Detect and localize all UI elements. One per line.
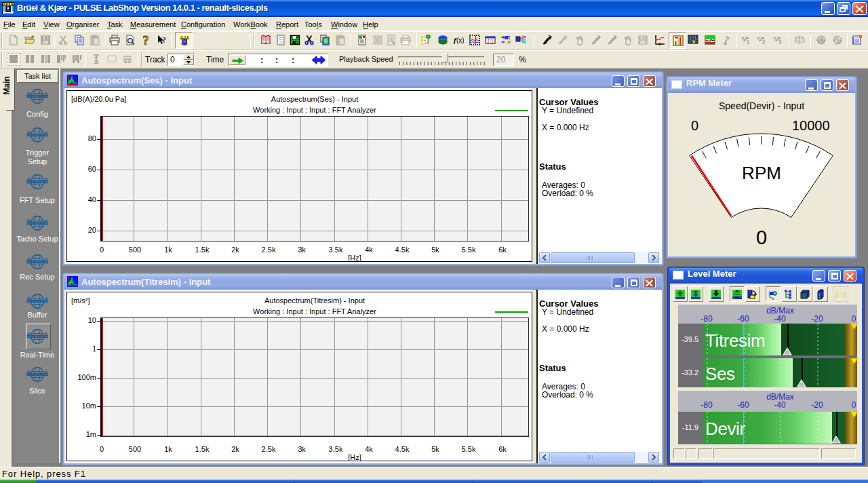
svg-text:K: K	[45, 130, 48, 134]
svg-text:K: K	[45, 296, 48, 301]
svg-text:?: ?	[162, 35, 166, 45]
svg-text:B: B	[27, 370, 31, 374]
svg-text:B: B	[27, 218, 31, 223]
svg-text:P: P	[508, 36, 511, 40]
svg-text:B: B	[27, 332, 31, 336]
svg-text:B: B	[27, 257, 31, 261]
svg-text:B: B	[27, 296, 31, 301]
svg-text:K: K	[45, 92, 48, 96]
svg-text:K: K	[45, 218, 48, 223]
svg-text:K: K	[45, 370, 48, 374]
svg-text:K: K	[45, 177, 48, 181]
svg-text:1: 1	[746, 39, 749, 45]
svg-text:3: 3	[778, 39, 781, 45]
svg-text:K: K	[45, 332, 48, 336]
svg-text:RPM: RPM	[742, 163, 781, 183]
svg-text:2: 2	[762, 39, 765, 45]
svg-text:(x): (x)	[456, 37, 464, 44]
svg-text:?: ?	[143, 35, 149, 45]
svg-text:K: K	[45, 257, 48, 261]
svg-text:U: U	[508, 40, 511, 44]
svg-text:B: B	[27, 177, 31, 181]
svg-text:B: B	[27, 92, 31, 96]
svg-text:B: B	[27, 130, 31, 134]
svg-text:[↑]: [↑]	[488, 39, 493, 44]
